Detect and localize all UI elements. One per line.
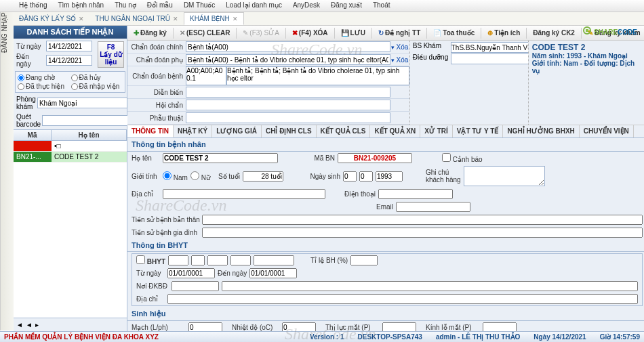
mabn-label: Mã BN xyxy=(281,154,335,162)
bhyt-diachi-label: Địa chỉ xyxy=(136,295,165,303)
mabn-input[interactable] xyxy=(338,153,412,163)
noidkbd-code[interactable] xyxy=(172,281,219,291)
status-version: Version : 1 xyxy=(310,333,344,341)
menu-item[interactable]: AnyDesk xyxy=(287,0,325,12)
canhbao-checkbox[interactable] xyxy=(442,153,451,162)
dieuduong-select[interactable] xyxy=(451,54,538,64)
denghi-button[interactable]: ↻Đề nghị TT xyxy=(375,28,424,38)
cdchinh-input[interactable] xyxy=(186,41,390,52)
menu-item[interactable]: DM Thuốc xyxy=(178,0,220,12)
denngay-input[interactable] xyxy=(249,268,297,278)
xoa-button[interactable]: ✖(F4) XÓA xyxy=(289,28,331,38)
filter-radio[interactable]: Đã hủy xyxy=(71,74,123,81)
dangky-button[interactable]: ✚Đăng ký xyxy=(130,28,170,38)
mach-input[interactable] xyxy=(188,322,222,331)
sub-tab[interactable]: VẬT TƯ Y TẾ xyxy=(453,125,504,137)
form-area: Thông tin bệnh nhân Họ tên Mã BN Cảnh bá… xyxy=(127,138,644,331)
dienbien-input[interactable] xyxy=(186,87,390,98)
menu-item[interactable]: Load lại danh mục xyxy=(220,0,287,12)
ns-day[interactable] xyxy=(343,171,357,181)
noidkbd-text[interactable] xyxy=(222,281,638,291)
tuoi-input[interactable] xyxy=(243,171,283,181)
ns-month[interactable] xyxy=(359,171,373,181)
tile-input[interactable] xyxy=(350,255,378,265)
ns-year[interactable] xyxy=(376,171,403,181)
dienthoai-input[interactable] xyxy=(378,189,453,199)
phauthuat-input[interactable] xyxy=(186,112,390,123)
status-filter: Đang chờĐã hủyĐã thực hiệnĐã nhập viện xyxy=(15,71,125,93)
tienich-button[interactable]: ⊕Tiện ích xyxy=(484,28,523,38)
denngay-label: Đến ngày xyxy=(218,270,247,277)
grid-head-ma[interactable]: Mã xyxy=(14,130,52,140)
sub-tab[interactable]: XỬ TRÍ xyxy=(420,125,453,137)
bskham-select[interactable] xyxy=(451,42,538,53)
sub-tab[interactable]: CHỈ ĐỊNH CLS xyxy=(262,125,317,137)
cdbenh-text[interactable]: Bệnh tả; Bệnh tả; Bệnh tả do Vibrio chol… xyxy=(226,66,409,85)
filter-radio[interactable]: Đã thực hiện xyxy=(18,83,70,90)
thiluc-p-input[interactable] xyxy=(382,322,416,331)
tsgd-input[interactable] xyxy=(202,228,643,238)
close-icon[interactable]: ✕ xyxy=(173,16,178,22)
f8-load-button[interactable]: F8 Lấy dữ liệu xyxy=(98,41,124,68)
from-date-input[interactable] xyxy=(46,41,92,51)
sub-tab[interactable]: KẾT QUẢ CLS xyxy=(317,125,371,137)
table-row[interactable]: •□ xyxy=(14,141,127,152)
menu-item[interactable]: Đăng xuất xyxy=(325,0,367,12)
sub-tab[interactable]: NHẬT KÝ xyxy=(174,125,212,137)
table-row[interactable]: BN21-...CODE TEST 2 xyxy=(14,152,127,163)
left-panel: DANH SÁCH TIẾP NHẬN Từ ngày F8 Lấy dữ li… xyxy=(14,26,127,331)
tsgd-label: Tiền sử bệnh gia đình xyxy=(132,229,199,236)
hoten-input[interactable] xyxy=(163,153,278,163)
to-date-input[interactable] xyxy=(46,55,92,66)
sub-tabs: THÔNG TINNHẬT KÝLƯỢNG GIÁCHỈ ĐỊNH CLSKẾT… xyxy=(127,125,644,138)
toathuoc-button[interactable]: 📄Toa thuốc xyxy=(430,28,478,38)
nu-radio[interactable] xyxy=(190,171,199,180)
bhyt-diachi-input[interactable] xyxy=(167,294,638,304)
barcode-input[interactable] xyxy=(42,115,132,126)
gioitinh-label: Giới tính xyxy=(132,173,160,180)
sub-tab[interactable]: LƯỢNG GIÁ xyxy=(212,125,262,137)
sub-tab[interactable]: NGHỈ HƯỞNG BHXH xyxy=(503,125,579,137)
close-icon[interactable]: ✕ xyxy=(79,16,84,22)
doc-tab[interactable]: ĐĂNG KÝ LẤY SỐ ✕ xyxy=(14,12,89,25)
sub-tab[interactable]: KẾT QUẢ XN xyxy=(370,125,420,137)
bhyt-checkbox[interactable] xyxy=(136,255,145,264)
menu-item[interactable]: Tìm bệnh nhân xyxy=(52,0,109,12)
nhietdo-input[interactable] xyxy=(282,322,316,331)
tungay-input[interactable] xyxy=(167,268,215,278)
grid-head-ten[interactable]: Họ tên xyxy=(52,130,127,140)
sub-tab[interactable]: CHUYỂN VIỆN xyxy=(580,125,634,137)
filter-radio[interactable]: Đang chờ xyxy=(18,74,70,81)
close-icon[interactable]: ✕ xyxy=(233,16,238,22)
xoa-link[interactable]: ▾ Xóa xyxy=(390,43,409,51)
email-input[interactable] xyxy=(396,202,470,212)
ngaysinh-label: Ngày sinh xyxy=(286,173,340,180)
sua-button[interactable]: ✎ (F3) SỬA xyxy=(239,28,282,38)
cdphu-input[interactable] xyxy=(186,54,390,65)
xoa-link[interactable]: ▾ Xóa xyxy=(390,56,409,64)
kinhlo-p-input[interactable] xyxy=(483,322,517,331)
ghichu-input[interactable] xyxy=(464,166,545,186)
doc-tab[interactable]: THU NGÂN NGOẠI TRÚ ✕ xyxy=(89,12,184,25)
phongkham-label: Phòng khám xyxy=(16,95,36,110)
menu-item[interactable]: Đổi mẫu xyxy=(142,0,178,12)
doc-tab[interactable]: KHÁM BỆNH ✕ xyxy=(184,12,244,25)
clear-button[interactable]: ✕(ESC) CLEAR xyxy=(176,28,233,38)
ck2-button[interactable]: Đăng ký CK2 xyxy=(529,28,578,38)
right-panel: ✚Đăng ký ✕(ESC) CLEAR ✎ (F3) SỬA ✖(F4) X… xyxy=(127,26,644,331)
menu-item[interactable]: Thu nợ xyxy=(109,0,142,12)
cdbenh-code[interactable]: A00;A00;A00.1 xyxy=(186,66,226,85)
filter-radio[interactable]: Đã nhập viện xyxy=(71,83,123,90)
vertical-tab-login[interactable]: ĐĂNG NHẬP xyxy=(0,12,14,330)
grid-nav[interactable]: ◄◄▸ xyxy=(14,318,127,331)
logo: SHARECODE xyxy=(583,26,637,37)
phongkham-select[interactable] xyxy=(37,98,127,108)
menu-item[interactable]: Hệ thống xyxy=(14,0,52,12)
tsbt-input[interactable] xyxy=(202,215,643,225)
diachi-input[interactable] xyxy=(163,189,325,199)
sub-tab[interactable]: THÔNG TIN xyxy=(127,125,174,137)
menu-item[interactable]: Thoát xyxy=(367,0,396,12)
hoichan-input[interactable] xyxy=(186,100,390,110)
luu-button[interactable]: 💾LƯU xyxy=(338,28,369,38)
nam-radio[interactable] xyxy=(163,171,172,180)
